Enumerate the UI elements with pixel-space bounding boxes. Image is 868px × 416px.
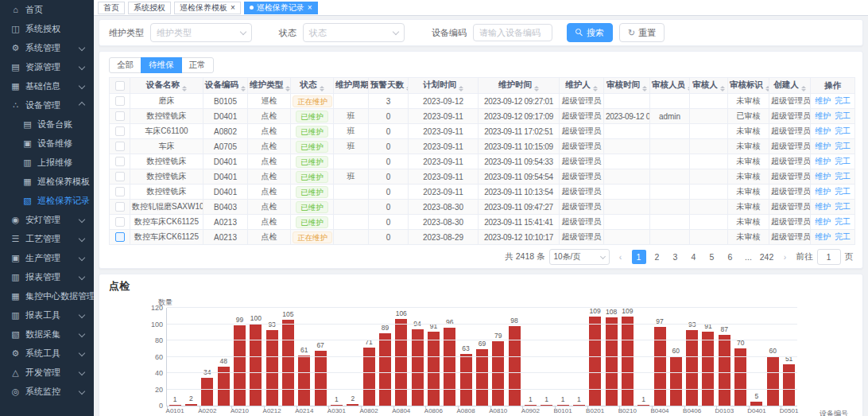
chart-bar[interactable] [686,330,698,406]
page-button-2[interactable]: 2 [650,250,665,264]
sidebar-item-production-mgmt[interactable]: ▣生产管理 [0,248,94,267]
finish-link[interactable]: 完工 [835,157,851,165]
page-button-4[interactable]: 4 [687,250,701,264]
reset-button[interactable]: ↻ 重置 [619,23,665,42]
status-select[interactable]: 状态 [303,23,405,42]
page-ellipsis[interactable]: ... [742,250,756,264]
sidebar-item-report-mgmt[interactable]: ▥报表管理 [0,267,94,286]
page-button-1[interactable]: 1 [632,250,646,264]
maintain-link[interactable]: 维护 [815,142,831,150]
row-checkbox[interactable] [115,142,125,151]
chart-bar[interactable] [654,327,666,406]
chart-bar[interactable] [525,405,537,406]
sidebar-item-home[interactable]: ⌂首页 [0,0,94,19]
chart-bar[interactable] [201,378,213,406]
row-checkbox[interactable] [115,157,125,166]
chart-bar[interactable] [767,356,779,406]
sidebar-item-andon-mgmt[interactable]: ◉安灯管理 [0,210,94,229]
sort-icon[interactable] [801,86,806,91]
chart-bar[interactable] [298,356,310,406]
sidebar-item-data-collect[interactable]: ▧数据采集 [0,325,94,344]
maintain-link[interactable]: 维护 [815,111,831,120]
row-checkbox[interactable] [115,126,125,136]
page-button-3[interactable]: 3 [668,250,683,264]
column-header-4[interactable]: 维护周期 [334,78,369,94]
sidebar-item-inspection-template[interactable]: ▦巡检保养模板 [0,172,94,191]
tag-home[interactable]: 首页 [98,2,125,14]
sort-icon[interactable] [320,86,324,91]
sidebar-item-report-repair[interactable]: ▥上报维修 [0,153,94,172]
close-icon[interactable]: × [308,4,312,12]
column-header-0[interactable]: 设备名称 [130,78,203,94]
finish-link[interactable]: 完工 [835,126,851,135]
row-checkbox[interactable] [115,217,125,227]
chart-bar[interactable] [234,325,246,406]
chart-bar[interactable] [331,405,343,406]
chart-bar[interactable] [266,330,278,406]
chart-bar[interactable] [637,405,649,406]
sidebar-item-system-tools[interactable]: ⚙系统工具 [0,344,94,363]
search-button[interactable]: 搜索 [567,23,613,42]
chart-bar[interactable] [606,317,618,406]
tag-system-auth[interactable]: 系统授权 [128,2,171,14]
chart-bar[interactable] [702,332,714,406]
chart-bar[interactable] [670,356,682,406]
view-tab-2[interactable]: 正常 [181,57,214,73]
finish-link[interactable]: 完工 [835,111,851,120]
chart-bar[interactable] [379,333,391,406]
tag-inspection-record[interactable]: 巡检保养记录× [244,2,318,14]
chart-bar[interactable] [476,349,488,406]
chart-bar[interactable] [185,404,197,406]
view-tab-0[interactable]: 全部 [109,57,141,73]
maintain-type-select[interactable]: 维护类型 [150,23,252,42]
column-header-12[interactable]: 审核标识 [728,78,769,94]
column-header-2[interactable]: 维护类型 [248,78,291,94]
row-checkbox[interactable] [115,172,125,181]
row-checkbox[interactable] [115,96,125,106]
column-header-10[interactable]: 审核人员 [650,78,690,94]
page-button-242[interactable]: 242 [760,250,774,264]
sidebar-item-device-mgmt[interactable]: ∴设备管理 [0,95,94,115]
column-header-1[interactable]: 设备编码 [203,78,248,94]
chart-bar[interactable] [622,317,634,406]
maintain-link[interactable]: 维护 [815,202,831,211]
chart-bar[interactable] [492,341,504,406]
column-header-8[interactable]: 维护人 [560,78,604,94]
sidebar-item-craft-mgmt[interactable]: ☰工艺管理 [0,229,94,248]
chart-bar[interactable] [395,319,407,406]
chart-bar[interactable] [412,329,424,406]
maintain-link[interactable]: 维护 [815,232,831,241]
page-button-5[interactable]: 5 [705,250,719,264]
sidebar-item-inspection-record[interactable]: ▧巡检保养记录 [0,191,94,210]
chart-bar[interactable] [169,405,181,406]
sidebar-item-dev-mgmt[interactable]: △开发管理 [0,363,94,382]
chart-bar[interactable] [557,405,569,406]
sidebar-item-base-info[interactable]: ▦基础信息 [0,76,94,95]
chart-bar[interactable] [250,324,262,406]
maintain-link[interactable]: 维护 [815,172,831,181]
sidebar-item-resource-mgmt[interactable]: ▤资源管理 [0,57,94,76]
chart-bar[interactable] [315,351,327,406]
sort-icon[interactable] [285,86,290,91]
chart-bar[interactable] [589,317,601,406]
chart-bar[interactable] [347,404,358,406]
chart-bar[interactable] [573,405,585,406]
finish-link[interactable]: 完工 [835,187,851,196]
chart-bar[interactable] [460,354,472,406]
sidebar-item-report-tools[interactable]: ▥报表工具 [0,305,94,325]
maintain-link[interactable]: 维护 [815,157,831,165]
chart-bar[interactable] [541,405,552,406]
column-header-3[interactable]: 状态 [291,78,334,94]
sort-icon[interactable] [642,86,647,91]
tag-inspection-template[interactable]: 巡检保养模板× [174,2,241,14]
chart-bar[interactable] [282,320,294,406]
sidebar-item-system-mgmt[interactable]: ⚙系统管理 [0,38,94,57]
sidebar-item-system-monitor[interactable]: ◎系统监控 [0,382,94,401]
finish-link[interactable]: 完工 [835,96,851,105]
page-button-6[interactable]: 6 [723,250,738,264]
goto-page-input[interactable] [817,249,841,265]
column-header-14[interactable]: 操作 [811,78,855,94]
view-tab-1[interactable]: 待维保 [141,57,182,73]
maintain-link[interactable]: 维护 [815,96,831,105]
column-header-13[interactable]: 创建人 [769,78,811,94]
